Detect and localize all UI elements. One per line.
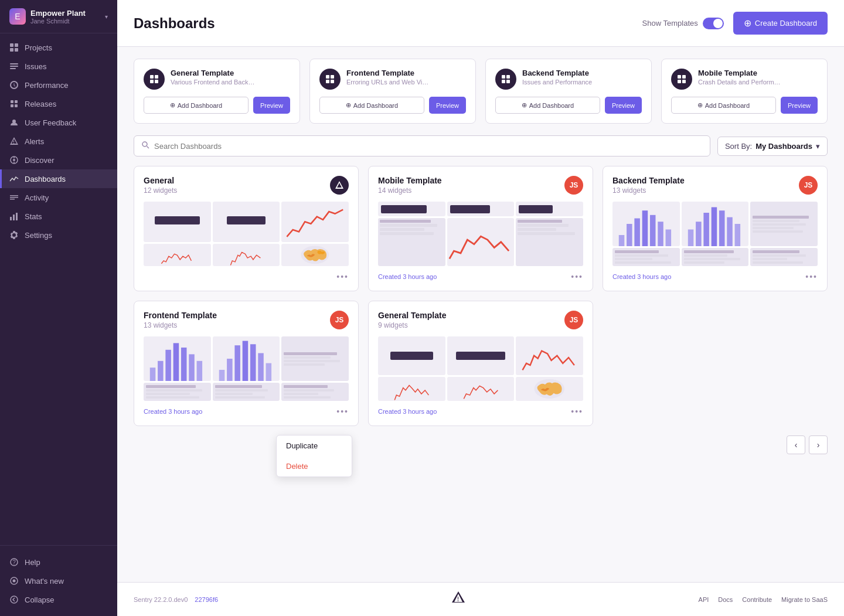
dash-menu-button[interactable]: ••• <box>571 272 583 281</box>
sidebar-item-releases[interactable]: Releases <box>0 94 117 113</box>
preview-button[interactable]: Preview <box>605 97 642 114</box>
sort-select[interactable]: Sort By: My Dashboards ▾ <box>717 137 828 156</box>
sentry-logo-footer <box>450 590 467 609</box>
svg-rect-57 <box>719 210 725 246</box>
templates-row: General Template Various Frontend and Ba… <box>134 59 828 124</box>
template-name: Mobile Template <box>698 69 818 77</box>
dash-card-header: Backend Template 13 widgets JS <box>612 176 818 195</box>
svg-rect-69 <box>234 345 240 381</box>
template-card-header: General Template Various Frontend and Ba… <box>144 69 290 90</box>
dashboard-card-backend-template[interactable]: Backend Template 13 widgets JS <box>603 166 828 291</box>
sidebar-header[interactable]: E Empower Plant Jane Schmidt ▾ <box>0 0 117 33</box>
dash-created: Created 3 hours ago <box>612 273 671 280</box>
sidebar-item-activity[interactable]: Activity <box>0 188 117 207</box>
plus-icon: ⊕ <box>346 101 351 109</box>
pagination: ‹ › <box>134 435 828 454</box>
template-card-general[interactable]: General Template Various Frontend and Ba… <box>134 59 300 124</box>
svg-rect-10 <box>15 104 18 107</box>
svg-point-43 <box>142 142 147 147</box>
template-card-header: Frontend Template Erroring URLs and Web … <box>319 69 466 90</box>
sidebar-item-label: Collapse <box>25 595 55 604</box>
svg-rect-73 <box>266 363 271 381</box>
add-dashboard-button[interactable]: ⊕ Add Dashboard <box>671 97 776 114</box>
sidebar-item-collapse[interactable]: Collapse <box>0 590 117 609</box>
dashboard-card-general[interactable]: General 12 widgets <box>134 166 359 291</box>
contribute-link[interactable]: Contribute <box>742 596 772 603</box>
sidebar-item-settings[interactable]: Settings <box>0 226 117 244</box>
issues-icon <box>9 62 19 71</box>
svg-rect-42 <box>682 80 686 83</box>
plus-icon: ⊕ <box>744 18 751 29</box>
sidebar-item-help[interactable]: ? Help <box>0 553 117 571</box>
sidebar-item-alerts[interactable]: Alerts <box>0 132 117 151</box>
dash-menu-button[interactable]: ••• <box>571 407 583 416</box>
dash-created: Created 3 hours ago <box>144 408 202 415</box>
template-card-backend[interactable]: Backend Template Issues and Performance … <box>485 59 652 124</box>
avatar <box>330 176 349 195</box>
search-icon <box>141 141 149 151</box>
create-dashboard-button[interactable]: ⊕ Create Dashboard <box>733 12 828 35</box>
sidebar-item-issues[interactable]: Issues <box>0 57 117 76</box>
dash-name: Frontend Template <box>144 311 330 320</box>
dashboard-card-mobile-template[interactable]: Mobile Template 14 widgets JS <box>368 166 593 291</box>
search-input[interactable] <box>154 142 703 151</box>
sidebar-item-projects[interactable]: Projects <box>0 38 117 57</box>
sidebar: E Empower Plant Jane Schmidt ▾ Projects … <box>0 0 117 616</box>
preview-button[interactable]: Preview <box>253 97 290 114</box>
projects-icon <box>9 43 19 52</box>
svg-rect-72 <box>258 353 264 382</box>
dash-menu-button[interactable]: ••• <box>336 407 349 416</box>
user-feedback-icon <box>9 118 19 127</box>
sidebar-item-label: Discover <box>25 156 55 165</box>
migrate-link[interactable]: Migrate to SaaS <box>781 596 828 603</box>
avatar: JS <box>330 311 349 329</box>
svg-rect-60 <box>150 367 156 381</box>
dashboards-icon <box>9 174 19 183</box>
templates-toggle-switch[interactable] <box>703 18 724 29</box>
add-dashboard-button[interactable]: ⊕ Add Dashboard <box>319 97 424 114</box>
svg-rect-46 <box>619 235 625 246</box>
docs-link[interactable]: Docs <box>718 596 733 603</box>
template-card-mobile[interactable]: Mobile Template Crash Details and Perfor… <box>661 59 828 124</box>
svg-rect-37 <box>502 80 505 83</box>
sidebar-item-performance[interactable]: Performance <box>0 76 117 94</box>
delete-menu-item[interactable]: Delete <box>277 456 352 477</box>
settings-icon <box>9 230 19 240</box>
dashboard-card-frontend-template[interactable]: Frontend Template 13 widgets JS <box>134 301 359 426</box>
plus-icon: ⊕ <box>697 101 703 109</box>
discover-icon <box>9 155 19 165</box>
prev-page-button[interactable]: ‹ <box>787 435 805 454</box>
dashboard-card-general-template[interactable]: General Template 9 widgets JS <box>368 301 593 426</box>
svg-rect-63 <box>173 343 179 381</box>
dash-menu-button[interactable]: ••• <box>805 272 818 281</box>
sidebar-item-whats-new[interactable]: What's new <box>0 571 117 590</box>
svg-rect-71 <box>250 344 256 381</box>
sort-label: Sort By: <box>725 142 752 151</box>
sidebar-item-dashboards[interactable]: Dashboards <box>0 169 117 188</box>
add-dashboard-button[interactable]: ⊕ Add Dashboard <box>144 97 249 114</box>
template-icon <box>319 69 341 90</box>
svg-rect-50 <box>650 215 656 246</box>
template-card-frontend[interactable]: Frontend Template Erroring URLs and Web … <box>309 59 476 124</box>
svg-rect-62 <box>165 350 171 381</box>
svg-rect-48 <box>634 219 640 247</box>
sidebar-item-stats[interactable]: Stats <box>0 207 117 226</box>
svg-rect-18 <box>10 199 15 200</box>
api-link[interactable]: API <box>699 596 709 603</box>
search-sort-bar: Sort By: My Dashboards ▾ <box>134 135 828 156</box>
sidebar-bottom: ? Help What's new Collapse <box>0 545 117 616</box>
footer-left: Sentry 22.2.0.dev0 22796f6 <box>134 596 218 603</box>
collapse-icon <box>9 595 19 604</box>
sidebar-item-discover[interactable]: Discover <box>0 151 117 169</box>
preview-button[interactable]: Preview <box>781 97 818 114</box>
stats-icon <box>9 212 19 221</box>
duplicate-menu-item[interactable]: Duplicate <box>277 435 352 456</box>
sidebar-item-user-feedback[interactable]: User Feedback <box>0 113 117 132</box>
preview-button[interactable]: Preview <box>429 97 466 114</box>
add-dashboard-button[interactable]: ⊕ Add Dashboard <box>495 97 600 114</box>
svg-rect-32 <box>331 75 334 79</box>
template-info: Mobile Template Crash Details and Perfor… <box>698 69 818 86</box>
next-page-button[interactable]: › <box>809 435 828 454</box>
svg-rect-35 <box>502 75 505 79</box>
dash-menu-button[interactable]: ••• <box>336 272 349 281</box>
